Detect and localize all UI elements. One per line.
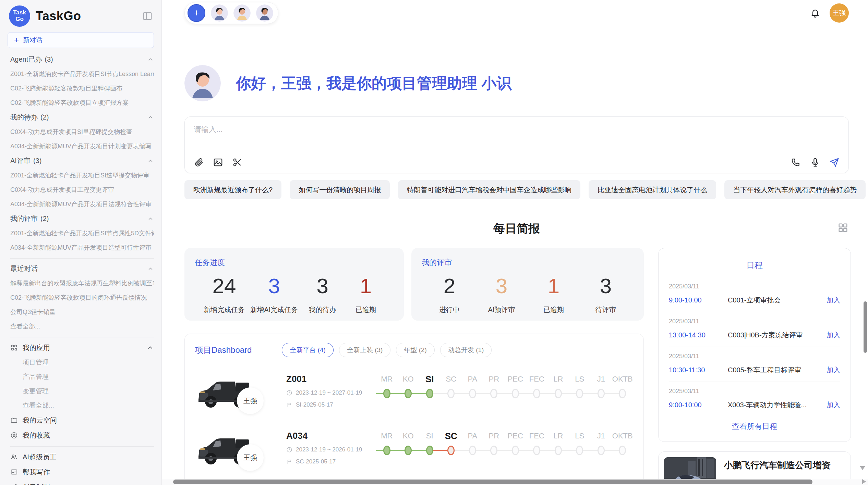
recent-conversation-item[interactable]: 公司Q3轻卡销量: [10, 305, 154, 319]
milestone-dot: [383, 389, 390, 398]
sidebar-tool-pen[interactable]: 创意制图: [10, 480, 154, 485]
recent-conversation-item[interactable]: 解释最新出台的欧盟报废车法规再生塑料比例被调至15%...: [10, 276, 154, 290]
sidebar-task-item[interactable]: A034-全新新能源MUV产品开发项目计划变更表编写: [10, 139, 154, 153]
dashboard-filter-chip[interactable]: 年型 (2): [396, 343, 435, 357]
suggestion-chip[interactable]: 特朗普可能对进口汽车增税会对中国车企造成哪些影响: [398, 180, 580, 199]
collapse-sidebar-icon[interactable]: [142, 11, 153, 21]
sidebar-tool-write[interactable]: 帮我写作: [10, 464, 154, 480]
sidebar-task-item[interactable]: C0X4-动力总成开发项目SI里程碑提交物检查: [10, 125, 154, 139]
milestone-cell: [419, 389, 441, 398]
sidebar-section-count: (3): [45, 55, 53, 63]
stat-value: 24: [213, 275, 236, 297]
event-join-link[interactable]: 加入: [827, 296, 840, 305]
pen-icon: [10, 483, 18, 485]
sidebar-task-item[interactable]: A034-全新新能源MUV产品开发项目造型可行性评审: [10, 240, 154, 255]
sidebar-link-label: 我的收藏: [23, 431, 50, 440]
schedule-event: 2025/03/119:00-10:00X003-车辆动力学性能验...加入: [669, 382, 840, 416]
sidebar-task-item[interactable]: A034-全新新能源MUV产品开发项目法规符合性评审: [10, 197, 154, 211]
phone-icon[interactable]: [791, 157, 801, 167]
schedule-card: 日程 2025/03/119:00-10:00C001-立项审批会加入2025/…: [658, 248, 851, 442]
milestone-track: MRKOSISCPAPRPECFECLRLSJ1OKTB: [376, 429, 633, 457]
plus-icon: +: [14, 36, 19, 44]
dashboard-filter-chip[interactable]: 动总开发 (1): [440, 343, 492, 357]
event-name: C005-整车工程目标评审: [728, 365, 827, 375]
sidebar-section-header[interactable]: AI评审(3): [10, 153, 154, 168]
milestone-cell: [547, 446, 569, 455]
agent-avatar-2[interactable]: [233, 4, 251, 22]
sidebar-task-item[interactable]: Z001-全新燃油皮卡产品开发项目SI节点Lesson Learn报告: [10, 67, 154, 81]
assistant-avatar: [184, 65, 221, 101]
sidebar-task-item[interactable]: C02-飞腾新能源轻客改款项目里程碑画布: [10, 81, 154, 96]
sidebar-task-item[interactable]: C02-飞腾新能源轻客改款项目立项汇报方案: [10, 96, 154, 110]
briefing-title: 每日简报: [184, 221, 849, 236]
send-icon[interactable]: [829, 157, 840, 167]
sidebar-item-folder[interactable]: 我的云空间: [10, 413, 154, 428]
scroll-down-arrow[interactable]: [860, 466, 865, 470]
microphone-icon[interactable]: [810, 157, 820, 167]
milestone-label: PEC: [505, 373, 526, 385]
event-name: C001-立项审批会: [728, 296, 827, 305]
sidebar-section-header[interactable]: 我的待办(2): [10, 110, 154, 125]
notification-bell-icon[interactable]: [810, 8, 820, 18]
image-icon[interactable]: [213, 157, 223, 167]
suggestion-chip[interactable]: 比亚迪全固态电池计划具体说了什么: [589, 180, 716, 199]
event-name: X003-车辆动力学性能验...: [728, 400, 827, 410]
chat-input[interactable]: [194, 124, 840, 152]
milestone-label: PR: [483, 373, 505, 385]
user-avatar[interactable]: 王强: [830, 3, 849, 23]
recent-section-header[interactable]: 最近对话: [10, 261, 154, 276]
sidebar-task-item[interactable]: Z001-全新燃油轻卡产品开发项目SI造型提交物评审: [10, 168, 154, 183]
dashboard-filter-chip[interactable]: 全新平台 (4): [282, 343, 334, 357]
suggestion-chip[interactable]: 当下年轻人对汽车外观有怎样的喜好趋势: [724, 180, 866, 199]
scroll-right-arrow[interactable]: [862, 479, 866, 484]
suggestion-chip[interactable]: 如何写一份清晰的项目周报: [290, 180, 390, 199]
attachment-icon[interactable]: [194, 157, 204, 167]
scissors-icon[interactable]: [232, 157, 242, 167]
milestone-cell: [569, 389, 591, 398]
milestone-label: J1: [590, 430, 612, 442]
milestone-cell: [569, 446, 591, 455]
layout-grid-icon[interactable]: [837, 222, 849, 234]
event-join-link[interactable]: 加入: [827, 365, 840, 375]
milestone-dot: [490, 446, 497, 455]
sidebar-section-header[interactable]: 我的评审(2): [10, 211, 154, 226]
sidebar-tool-people[interactable]: AI超级员工: [10, 449, 154, 464]
horizontal-scrollbar-thumb[interactable]: [173, 480, 812, 484]
milestone-cell: [483, 446, 505, 455]
agent-avatar-1[interactable]: [211, 4, 228, 22]
chevron-up-icon: [146, 344, 154, 351]
sidebar-section-header[interactable]: Agent已办(3): [10, 52, 154, 67]
app-item[interactable]: 变更管理: [10, 384, 154, 398]
schedule-title: 日程: [669, 260, 840, 271]
app-item[interactable]: 项目管理: [10, 355, 154, 370]
sidebar-task-item[interactable]: Z001-全新燃油轻卡产品开发项目SI节点属性5D文件评审: [10, 226, 154, 240]
milestone-cell: [547, 389, 569, 398]
sidebar-item-star-circle[interactable]: 我的收藏: [10, 428, 154, 443]
project-milestone-text: SI-2025-05-17: [296, 401, 333, 408]
milestone-label: PA: [462, 430, 483, 442]
suggestion-chip[interactable]: 欧洲新规最近颁布了什么?: [184, 180, 281, 199]
vertical-scrollbar-thumb[interactable]: [864, 301, 867, 353]
stat-item: 1已逾期: [347, 275, 385, 314]
apps-view-all-link[interactable]: 查看全部...: [10, 398, 154, 413]
event-join-link[interactable]: 加入: [827, 331, 840, 340]
stat-value: 3: [496, 275, 507, 297]
view-all-schedule-link[interactable]: 查看所有日程: [669, 421, 840, 432]
event-time: 13:00-14:30: [669, 331, 728, 339]
event-join-link[interactable]: 加入: [827, 400, 840, 410]
stat-item: 2进行中: [431, 275, 468, 314]
recent-view-all-link[interactable]: 查看全部...: [10, 319, 154, 334]
sidebar-task-item[interactable]: C0X4-动力总成开发项目工程变更评审: [10, 183, 154, 197]
new-chat-button[interactable]: + 新对话: [8, 32, 154, 48]
recent-conversation-item[interactable]: C02-飞腾新能源轻客改款项目的闭环通告反馈情况: [10, 290, 154, 305]
milestone-dot: [447, 446, 455, 455]
event-row: 10:30-11:30C005-整车工程目标评审加入: [669, 365, 840, 375]
chevron-up-icon: [147, 114, 154, 121]
agent-avatar-3[interactable]: [256, 4, 273, 22]
add-agent-button[interactable]: +: [188, 4, 205, 22]
sidebar-scroll-area: Agent已办(3)Z001-全新燃油皮卡产品开发项目SI节点Lesson Le…: [0, 51, 161, 485]
clock-icon: [286, 447, 292, 453]
dashboard-filter-chip[interactable]: 全新上装 (3): [339, 343, 391, 357]
app-item[interactable]: 产品管理: [10, 370, 154, 384]
sidebar-item-my-apps[interactable]: 我的应用: [10, 340, 154, 355]
